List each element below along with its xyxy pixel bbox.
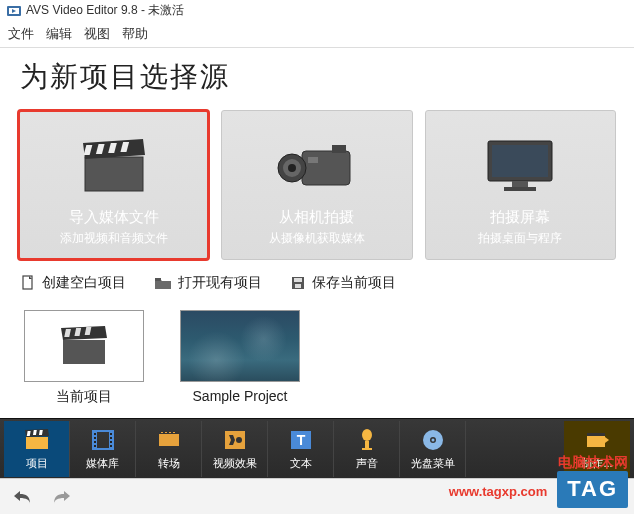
svg-rect-3 <box>85 157 143 191</box>
svg-rect-20 <box>155 278 161 281</box>
source-from-camera[interactable]: 从相机拍摄 从摄像机获取媒体 <box>221 110 412 260</box>
folder-icon <box>154 275 172 291</box>
svg-rect-51 <box>173 432 175 433</box>
svg-rect-63 <box>587 433 605 436</box>
svg-rect-29 <box>26 437 48 449</box>
source-subtitle: 添加视频和音频文件 <box>60 230 168 247</box>
project-label: 当前项目 <box>56 388 112 406</box>
undo-icon[interactable] <box>12 488 34 506</box>
svg-rect-38 <box>94 437 96 439</box>
svg-rect-14 <box>308 157 318 163</box>
camera-icon <box>274 121 360 208</box>
source-capture-screen[interactable]: 拍摄屏幕 拍摄桌面与程序 <box>425 110 616 260</box>
source-title: 导入媒体文件 <box>69 208 159 227</box>
svg-rect-50 <box>169 432 171 433</box>
tab-sound[interactable]: 声音 <box>334 421 400 477</box>
svg-rect-47 <box>159 446 179 449</box>
page-heading: 为新项目选择源 <box>0 48 634 110</box>
action-open-project[interactable]: 打开现有项目 <box>154 274 262 292</box>
fx-icon <box>223 427 247 453</box>
watermark-line2: www.tagxp.com <box>449 484 547 499</box>
tab-video-effects[interactable]: 视频效果 <box>202 421 268 477</box>
action-label: 创建空白项目 <box>42 274 126 292</box>
menu-help[interactable]: 帮助 <box>122 25 148 43</box>
svg-rect-22 <box>294 278 302 282</box>
project-label: Sample Project <box>193 388 288 404</box>
project-current[interactable]: 当前项目 <box>24 310 144 406</box>
source-title: 从相机拍摄 <box>279 208 354 227</box>
svg-rect-13 <box>332 145 346 153</box>
svg-rect-41 <box>110 433 112 435</box>
project-thumb-clapper <box>24 310 144 382</box>
svg-rect-23 <box>295 284 301 288</box>
save-icon <box>290 275 306 291</box>
svg-rect-37 <box>94 433 96 435</box>
action-label: 打开现有项目 <box>178 274 262 292</box>
filmstrip-icon <box>91 427 115 453</box>
actions-row: 创建空白项目 打开现有项目 保存当前项目 <box>0 260 634 306</box>
tab-text[interactable]: T 文本 <box>268 421 334 477</box>
source-subtitle: 从摄像机获取媒体 <box>269 230 365 247</box>
text-icon: T <box>289 427 313 453</box>
svg-point-53 <box>236 437 242 443</box>
svg-rect-24 <box>63 340 105 364</box>
tab-label: 文本 <box>290 456 312 471</box>
tab-media-library[interactable]: 媒体库 <box>70 421 136 477</box>
titlebar-text: AVS Video Editor 9.8 - 未激活 <box>26 2 184 19</box>
tab-transitions[interactable]: 转场 <box>136 421 202 477</box>
titlebar: AVS Video Editor 9.8 - 未激活 <box>0 0 634 21</box>
svg-marker-64 <box>605 437 609 443</box>
svg-point-56 <box>362 429 372 441</box>
svg-rect-49 <box>165 432 167 433</box>
tab-label: 项目 <box>26 456 48 471</box>
app-icon <box>6 3 22 19</box>
svg-text:T: T <box>296 432 305 448</box>
produce-icon <box>585 427 609 453</box>
tab-label: 视频效果 <box>213 456 257 471</box>
svg-point-61 <box>431 438 434 441</box>
disc-icon <box>421 427 445 453</box>
svg-rect-43 <box>110 441 112 443</box>
svg-rect-17 <box>512 181 528 187</box>
menu-edit[interactable]: 编辑 <box>46 25 72 43</box>
svg-rect-44 <box>110 445 112 447</box>
doc-new-icon <box>20 275 36 291</box>
svg-rect-40 <box>94 445 96 447</box>
tab-label: 转场 <box>158 456 180 471</box>
monitor-icon <box>480 121 560 208</box>
svg-rect-58 <box>362 448 372 450</box>
svg-rect-48 <box>161 432 163 433</box>
menubar: 文件 编辑 视图 帮助 <box>0 21 634 48</box>
projects-row: 当前项目 Sample Project <box>0 306 634 416</box>
svg-point-12 <box>288 164 296 172</box>
source-subtitle: 拍摄桌面与程序 <box>478 230 562 247</box>
source-import-media[interactable]: 导入媒体文件 添加视频和音频文件 <box>18 110 209 260</box>
svg-rect-39 <box>94 441 96 443</box>
clapperboard-icon <box>79 121 149 208</box>
project-thumb-image <box>180 310 300 382</box>
action-create-blank[interactable]: 创建空白项目 <box>20 274 126 292</box>
svg-rect-9 <box>302 151 350 185</box>
source-row: 导入媒体文件 添加视频和音频文件 从相机拍摄 从摄像机获取媒体 拍摄屏幕 拍摄桌… <box>0 110 634 260</box>
watermark-tag: TAG <box>557 471 628 508</box>
watermark: 电脑技术网 www.tagxp.com TAG <box>449 453 628 508</box>
menu-view[interactable]: 视图 <box>84 25 110 43</box>
svg-rect-42 <box>110 437 112 439</box>
watermark-line1: 电脑技术网 <box>449 453 628 471</box>
svg-rect-57 <box>365 441 369 448</box>
action-label: 保存当前项目 <box>312 274 396 292</box>
svg-rect-16 <box>492 145 548 177</box>
transition-icon <box>157 427 181 453</box>
tab-project[interactable]: 项目 <box>4 421 70 477</box>
svg-rect-18 <box>504 187 536 191</box>
clapper-small-icon <box>24 427 50 453</box>
source-title: 拍摄屏幕 <box>490 208 550 227</box>
tab-label: 声音 <box>356 456 378 471</box>
project-sample[interactable]: Sample Project <box>180 310 300 406</box>
tab-label: 媒体库 <box>86 456 119 471</box>
redo-icon[interactable] <box>50 488 72 506</box>
menu-file[interactable]: 文件 <box>8 25 34 43</box>
mic-icon <box>356 427 378 453</box>
action-save-project[interactable]: 保存当前项目 <box>290 274 396 292</box>
